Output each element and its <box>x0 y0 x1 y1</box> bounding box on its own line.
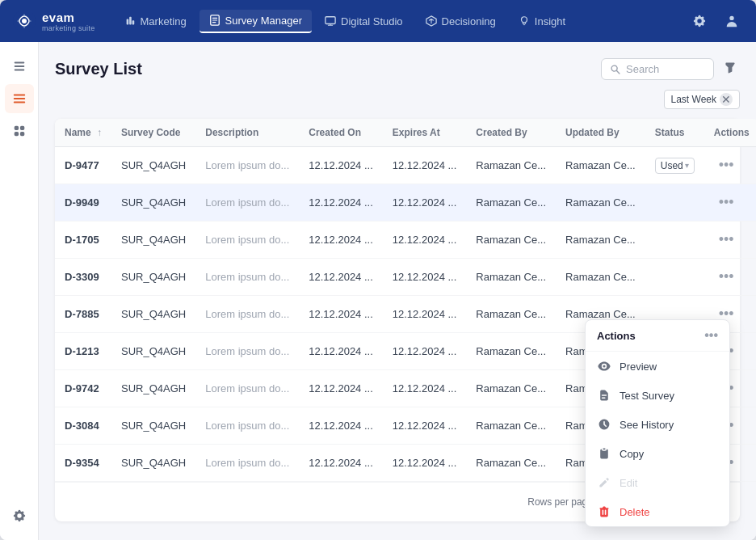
dropdown-item-see-history[interactable]: See History <box>586 410 729 439</box>
cell-status <box>645 259 704 296</box>
filter-tag-close[interactable]: ✕ <box>720 93 733 106</box>
sidebar-settings-icon <box>12 508 27 523</box>
col-created-on[interactable]: Created On <box>299 119 383 147</box>
delete-icon <box>597 504 611 519</box>
cell-created-by: Ramazan Ce... <box>466 407 556 445</box>
survey-manager-icon <box>209 15 220 26</box>
cell-name: D-9477 <box>55 147 111 184</box>
cell-created: 12.12.2024 ... <box>299 221 383 259</box>
sort-icon-name: ↑ <box>97 127 102 138</box>
filter-icon <box>724 61 737 74</box>
col-name[interactable]: Name ↑ <box>55 119 111 147</box>
hamburger-icon <box>12 59 27 74</box>
nav-item-marketing[interactable]: Marketing <box>115 11 196 32</box>
cell-status: Used ▾ <box>645 147 704 184</box>
header-right: Search <box>601 58 740 80</box>
status-dropdown[interactable]: Used ▾ <box>655 158 695 174</box>
cell-expires: 12.12.2024 ... <box>383 147 467 184</box>
col-survey-code[interactable]: Survey Code <box>111 119 195 147</box>
dropdown-item-copy[interactable]: Copy <box>586 439 729 468</box>
cell-created: 12.12.2024 ... <box>299 259 383 296</box>
cell-expires: 12.12.2024 ... <box>383 296 467 333</box>
cell-updated-by: Ramazan Ce... <box>556 221 645 259</box>
actions-menu-button[interactable]: ••• <box>714 230 739 250</box>
dropdown-item-preview[interactable]: Preview <box>586 352 729 381</box>
cell-expires: 12.12.2024 ... <box>383 259 467 296</box>
cell-actions: ••• <box>704 184 756 221</box>
profile-icon <box>724 14 739 28</box>
actions-menu-button[interactable]: ••• <box>714 155 739 175</box>
cell-created-by: Ramazan Ce... <box>466 445 556 482</box>
cell-created: 12.12.2024 ... <box>299 407 383 445</box>
table-row: D-1705SUR_Q4AGHLorem ipsum do...12.12.20… <box>55 221 756 259</box>
page-content: Survey List Search Last Week ✕ <box>39 42 756 540</box>
cell-created-by: Ramazan Ce... <box>466 296 556 333</box>
dropdown-item-test-survey[interactable]: Test Survey <box>586 381 729 410</box>
cell-desc: Lorem ipsum do... <box>195 407 299 445</box>
logo-text: evam marketing suite <box>42 11 95 32</box>
cell-actions: ••• <box>704 259 756 296</box>
cell-created: 12.12.2024 ... <box>299 445 383 482</box>
profile-button[interactable] <box>720 10 743 32</box>
svg-point-4 <box>521 17 527 23</box>
nav-item-decisioning[interactable]: Decisioning <box>416 11 506 32</box>
page-header: Survey List Search <box>55 58 740 80</box>
nav-item-digital-studio[interactable]: Digital Studio <box>315 11 413 32</box>
cell-code: SUR_Q4AGH <box>111 370 195 407</box>
cell-desc: Lorem ipsum do... <box>195 333 299 370</box>
cell-code: SUR_Q4AGH <box>111 445 195 482</box>
col-description[interactable]: Description <box>195 119 299 147</box>
main-content: Survey List Search Last Week ✕ <box>0 42 756 540</box>
nav-item-survey-manager[interactable]: Survey Manager <box>200 10 312 33</box>
cell-status <box>645 184 704 221</box>
marketing-icon <box>124 15 136 27</box>
cell-code: SUR_Q4AGH <box>111 407 195 445</box>
cell-actions: ••• <box>704 221 756 259</box>
sidebar-item-grid[interactable] <box>5 116 34 146</box>
sidebar-item-menu[interactable] <box>5 52 34 81</box>
cell-name: D-9949 <box>55 184 111 221</box>
history-icon <box>597 417 611 432</box>
cell-desc: Lorem ipsum do... <box>195 445 299 482</box>
cell-created: 12.12.2024 ... <box>299 370 383 407</box>
nav-items: Marketing Survey Manager Digital Studio … <box>115 10 682 33</box>
table-row: D-9949SUR_Q4AGHLorem ipsum do...12.12.20… <box>55 184 756 221</box>
nav-right-controls <box>688 10 743 32</box>
sidebar-item-settings[interactable] <box>5 501 34 530</box>
preview-icon <box>597 359 611 373</box>
search-icon <box>610 64 621 75</box>
cell-expires: 12.12.2024 ... <box>383 445 467 482</box>
col-status[interactable]: Status <box>645 119 704 147</box>
col-updated-by[interactable]: Updated By <box>556 119 645 147</box>
nav-item-insight[interactable]: Insight <box>509 11 575 32</box>
search-box[interactable]: Search <box>601 58 714 80</box>
cell-created: 12.12.2024 ... <box>299 296 383 333</box>
cell-expires: 12.12.2024 ... <box>383 333 467 370</box>
cell-desc: Lorem ipsum do... <box>195 259 299 296</box>
cell-expires: 12.12.2024 ... <box>383 184 467 221</box>
actions-menu-button[interactable]: ••• <box>714 192 739 213</box>
cell-updated-by: Ramazan Ce... <box>556 259 645 296</box>
col-actions: Actions <box>704 119 756 147</box>
settings-icon <box>692 14 707 28</box>
filter-tags: Last Week ✕ <box>55 90 740 109</box>
dropdown-item-delete[interactable]: Delete <box>586 497 729 526</box>
copy-icon <box>597 446 611 461</box>
filter-button[interactable] <box>720 58 740 80</box>
sidebar-item-list[interactable] <box>5 84 34 113</box>
cell-code: SUR_Q4AGH <box>111 221 195 259</box>
actions-menu-button[interactable]: ••• <box>714 267 739 287</box>
list-icon <box>12 91 27 106</box>
cell-status <box>645 221 704 259</box>
cell-code: SUR_Q4AGH <box>111 259 195 296</box>
settings-button[interactable] <box>688 10 711 32</box>
dropdown-header: Actions ••• <box>586 320 729 352</box>
dropdown-more-icon[interactable]: ••• <box>704 328 718 343</box>
digital-studio-icon <box>325 15 336 27</box>
cell-expires: 12.12.2024 ... <box>383 407 467 445</box>
test-survey-icon <box>597 388 611 403</box>
col-created-by[interactable]: Created By <box>466 119 556 147</box>
col-expires-at[interactable]: Expires At <box>383 119 467 147</box>
cell-name: D-1705 <box>55 221 111 259</box>
grid-icon <box>12 124 27 138</box>
